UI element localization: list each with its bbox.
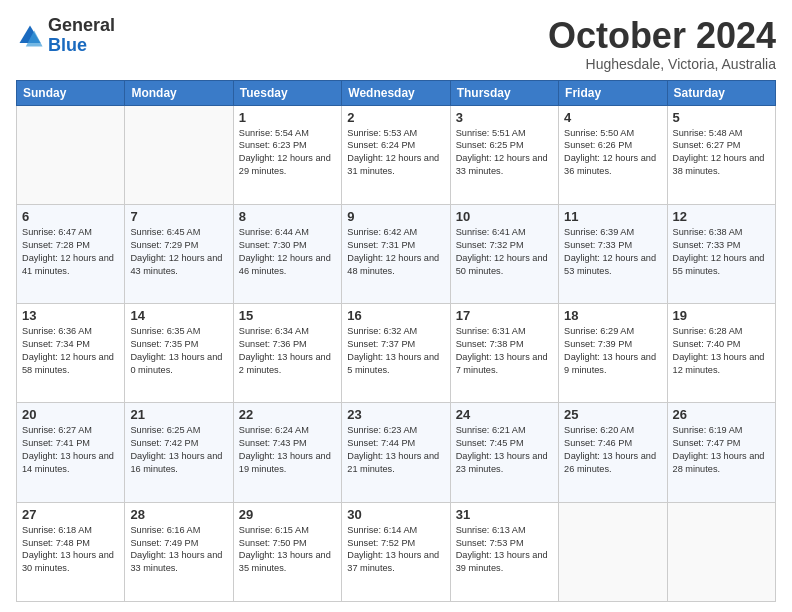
calendar-cell: 24Sunrise: 6:21 AM Sunset: 7:45 PM Dayli… xyxy=(450,403,558,502)
calendar-cell: 30Sunrise: 6:14 AM Sunset: 7:52 PM Dayli… xyxy=(342,502,450,601)
day-info: Sunrise: 6:41 AM Sunset: 7:32 PM Dayligh… xyxy=(456,226,553,278)
logo-blue: Blue xyxy=(48,35,87,55)
day-info: Sunrise: 6:34 AM Sunset: 7:36 PM Dayligh… xyxy=(239,325,336,377)
day-info: Sunrise: 6:45 AM Sunset: 7:29 PM Dayligh… xyxy=(130,226,227,278)
calendar-cell: 28Sunrise: 6:16 AM Sunset: 7:49 PM Dayli… xyxy=(125,502,233,601)
day-number: 20 xyxy=(22,407,119,422)
col-sunday: Sunday xyxy=(17,80,125,105)
day-info: Sunrise: 6:27 AM Sunset: 7:41 PM Dayligh… xyxy=(22,424,119,476)
day-number: 3 xyxy=(456,110,553,125)
calendar-week-4: 27Sunrise: 6:18 AM Sunset: 7:48 PM Dayli… xyxy=(17,502,776,601)
month-title: October 2024 xyxy=(548,16,776,56)
day-info: Sunrise: 6:18 AM Sunset: 7:48 PM Dayligh… xyxy=(22,524,119,576)
day-number: 6 xyxy=(22,209,119,224)
calendar-cell: 23Sunrise: 6:23 AM Sunset: 7:44 PM Dayli… xyxy=(342,403,450,502)
day-info: Sunrise: 6:38 AM Sunset: 7:33 PM Dayligh… xyxy=(673,226,770,278)
day-number: 18 xyxy=(564,308,661,323)
day-info: Sunrise: 5:48 AM Sunset: 6:27 PM Dayligh… xyxy=(673,127,770,179)
calendar: Sunday Monday Tuesday Wednesday Thursday… xyxy=(16,80,776,602)
day-number: 2 xyxy=(347,110,444,125)
calendar-cell: 29Sunrise: 6:15 AM Sunset: 7:50 PM Dayli… xyxy=(233,502,341,601)
day-info: Sunrise: 5:53 AM Sunset: 6:24 PM Dayligh… xyxy=(347,127,444,179)
title-section: October 2024 Hughesdale, Victoria, Austr… xyxy=(548,16,776,72)
calendar-cell: 12Sunrise: 6:38 AM Sunset: 7:33 PM Dayli… xyxy=(667,204,775,303)
logo-general: General xyxy=(48,15,115,35)
day-number: 28 xyxy=(130,507,227,522)
day-number: 15 xyxy=(239,308,336,323)
calendar-cell: 18Sunrise: 6:29 AM Sunset: 7:39 PM Dayli… xyxy=(559,304,667,403)
day-info: Sunrise: 6:31 AM Sunset: 7:38 PM Dayligh… xyxy=(456,325,553,377)
logo: General Blue xyxy=(16,16,115,56)
day-number: 9 xyxy=(347,209,444,224)
calendar-cell: 17Sunrise: 6:31 AM Sunset: 7:38 PM Dayli… xyxy=(450,304,558,403)
calendar-cell: 8Sunrise: 6:44 AM Sunset: 7:30 PM Daylig… xyxy=(233,204,341,303)
day-number: 25 xyxy=(564,407,661,422)
calendar-week-1: 6Sunrise: 6:47 AM Sunset: 7:28 PM Daylig… xyxy=(17,204,776,303)
calendar-cell: 10Sunrise: 6:41 AM Sunset: 7:32 PM Dayli… xyxy=(450,204,558,303)
day-number: 22 xyxy=(239,407,336,422)
calendar-cell: 19Sunrise: 6:28 AM Sunset: 7:40 PM Dayli… xyxy=(667,304,775,403)
header-row: Sunday Monday Tuesday Wednesday Thursday… xyxy=(17,80,776,105)
day-number: 7 xyxy=(130,209,227,224)
day-info: Sunrise: 6:24 AM Sunset: 7:43 PM Dayligh… xyxy=(239,424,336,476)
col-monday: Monday xyxy=(125,80,233,105)
day-info: Sunrise: 6:25 AM Sunset: 7:42 PM Dayligh… xyxy=(130,424,227,476)
col-saturday: Saturday xyxy=(667,80,775,105)
day-number: 11 xyxy=(564,209,661,224)
day-number: 21 xyxy=(130,407,227,422)
day-info: Sunrise: 6:42 AM Sunset: 7:31 PM Dayligh… xyxy=(347,226,444,278)
day-info: Sunrise: 5:51 AM Sunset: 6:25 PM Dayligh… xyxy=(456,127,553,179)
day-info: Sunrise: 6:23 AM Sunset: 7:44 PM Dayligh… xyxy=(347,424,444,476)
calendar-cell xyxy=(17,105,125,204)
day-info: Sunrise: 6:13 AM Sunset: 7:53 PM Dayligh… xyxy=(456,524,553,576)
location: Hughesdale, Victoria, Australia xyxy=(548,56,776,72)
calendar-cell: 31Sunrise: 6:13 AM Sunset: 7:53 PM Dayli… xyxy=(450,502,558,601)
day-number: 13 xyxy=(22,308,119,323)
calendar-week-0: 1Sunrise: 5:54 AM Sunset: 6:23 PM Daylig… xyxy=(17,105,776,204)
calendar-cell: 15Sunrise: 6:34 AM Sunset: 7:36 PM Dayli… xyxy=(233,304,341,403)
day-info: Sunrise: 6:47 AM Sunset: 7:28 PM Dayligh… xyxy=(22,226,119,278)
day-info: Sunrise: 6:14 AM Sunset: 7:52 PM Dayligh… xyxy=(347,524,444,576)
day-info: Sunrise: 6:15 AM Sunset: 7:50 PM Dayligh… xyxy=(239,524,336,576)
logo-icon xyxy=(16,22,44,50)
day-info: Sunrise: 6:21 AM Sunset: 7:45 PM Dayligh… xyxy=(456,424,553,476)
calendar-cell: 5Sunrise: 5:48 AM Sunset: 6:27 PM Daylig… xyxy=(667,105,775,204)
day-info: Sunrise: 5:54 AM Sunset: 6:23 PM Dayligh… xyxy=(239,127,336,179)
calendar-week-2: 13Sunrise: 6:36 AM Sunset: 7:34 PM Dayli… xyxy=(17,304,776,403)
day-number: 1 xyxy=(239,110,336,125)
day-info: Sunrise: 5:50 AM Sunset: 6:26 PM Dayligh… xyxy=(564,127,661,179)
calendar-cell: 1Sunrise: 5:54 AM Sunset: 6:23 PM Daylig… xyxy=(233,105,341,204)
calendar-cell: 21Sunrise: 6:25 AM Sunset: 7:42 PM Dayli… xyxy=(125,403,233,502)
calendar-cell: 9Sunrise: 6:42 AM Sunset: 7:31 PM Daylig… xyxy=(342,204,450,303)
day-number: 29 xyxy=(239,507,336,522)
calendar-cell: 11Sunrise: 6:39 AM Sunset: 7:33 PM Dayli… xyxy=(559,204,667,303)
day-info: Sunrise: 6:36 AM Sunset: 7:34 PM Dayligh… xyxy=(22,325,119,377)
day-number: 23 xyxy=(347,407,444,422)
calendar-week-3: 20Sunrise: 6:27 AM Sunset: 7:41 PM Dayli… xyxy=(17,403,776,502)
calendar-cell: 6Sunrise: 6:47 AM Sunset: 7:28 PM Daylig… xyxy=(17,204,125,303)
day-info: Sunrise: 6:35 AM Sunset: 7:35 PM Dayligh… xyxy=(130,325,227,377)
day-info: Sunrise: 6:32 AM Sunset: 7:37 PM Dayligh… xyxy=(347,325,444,377)
calendar-header: Sunday Monday Tuesday Wednesday Thursday… xyxy=(17,80,776,105)
day-info: Sunrise: 6:20 AM Sunset: 7:46 PM Dayligh… xyxy=(564,424,661,476)
day-number: 12 xyxy=(673,209,770,224)
day-number: 26 xyxy=(673,407,770,422)
calendar-cell: 27Sunrise: 6:18 AM Sunset: 7:48 PM Dayli… xyxy=(17,502,125,601)
header: General Blue October 2024 Hughesdale, Vi… xyxy=(16,16,776,72)
calendar-body: 1Sunrise: 5:54 AM Sunset: 6:23 PM Daylig… xyxy=(17,105,776,601)
calendar-cell: 20Sunrise: 6:27 AM Sunset: 7:41 PM Dayli… xyxy=(17,403,125,502)
day-info: Sunrise: 6:19 AM Sunset: 7:47 PM Dayligh… xyxy=(673,424,770,476)
day-number: 16 xyxy=(347,308,444,323)
calendar-cell: 4Sunrise: 5:50 AM Sunset: 6:26 PM Daylig… xyxy=(559,105,667,204)
page: General Blue October 2024 Hughesdale, Vi… xyxy=(0,0,792,612)
calendar-cell xyxy=(559,502,667,601)
day-number: 10 xyxy=(456,209,553,224)
col-friday: Friday xyxy=(559,80,667,105)
calendar-cell: 22Sunrise: 6:24 AM Sunset: 7:43 PM Dayli… xyxy=(233,403,341,502)
calendar-cell: 13Sunrise: 6:36 AM Sunset: 7:34 PM Dayli… xyxy=(17,304,125,403)
calendar-cell xyxy=(125,105,233,204)
day-number: 24 xyxy=(456,407,553,422)
calendar-cell: 2Sunrise: 5:53 AM Sunset: 6:24 PM Daylig… xyxy=(342,105,450,204)
col-tuesday: Tuesday xyxy=(233,80,341,105)
day-number: 31 xyxy=(456,507,553,522)
